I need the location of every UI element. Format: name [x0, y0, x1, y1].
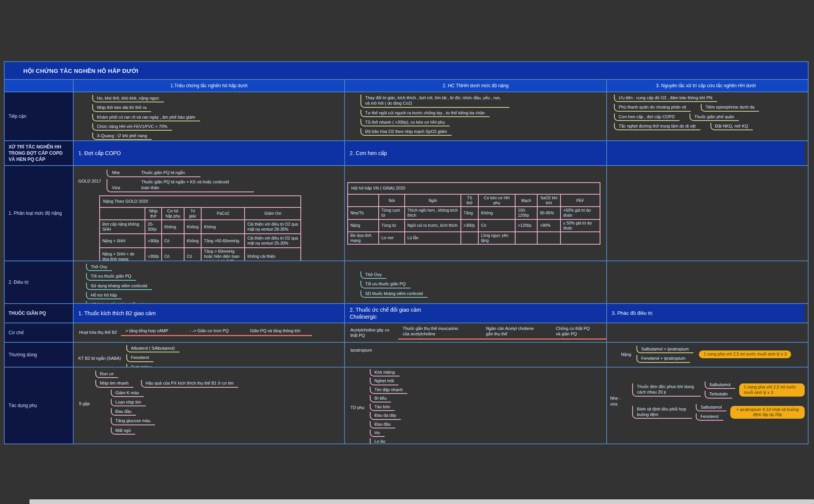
thuong-dung-cholinergic: Ipratropium [344, 343, 606, 367]
mindmap-node: Salbutamol [696, 404, 726, 411]
mindmap-node: Terbutalin [705, 391, 733, 398]
mindmap-node: Salbutamol + ipratropium [636, 346, 693, 353]
page-title: HỘI CHỨNG TẮC NGHẼN HÔ HẤP DƯỚI [5, 62, 808, 79]
table-row: Nặng + SHH + đe dọa tính mạng>30l/pCóCóT… [100, 248, 301, 261]
mindmap-node: Nghẹt mũi [370, 378, 398, 385]
col-header: Ngồi [405, 194, 461, 207]
col-header: Mạch [515, 194, 537, 207]
row-xu-tri-header: XỬ TRÍ TẮC NGHẼN HH TRONG ĐỢT CẤP COPD V… [5, 140, 808, 165]
row-label-tac-dung-phu: Tác dụng phụ [5, 368, 73, 444]
tac-dung-phu-phac-do: Nhẹ - vừa Thuốc đơn độc phun khí dung cá… [606, 368, 805, 444]
dieu-tri-hen: Thở Oxy Tối ưu thuốc giãn PQ SD thuốc kh… [344, 261, 606, 303]
mindmap-node: Độ bão hòa O2 theo nhịp mạch SpO2 giảm [360, 128, 452, 136]
mindmap-node: Tiêm epinephrine dưới da [701, 104, 759, 111]
row-label-tiep-can: Tiếp cận [5, 92, 73, 140]
co-che-cholinergic: Acetylcholine gây co thắt PQ Thuốc gắn t… [344, 323, 606, 342]
gina-2020-table: Hội hô hấp VN ( GINA) 2020 Nói Ngồi TS t… [347, 182, 600, 245]
mindmap-node: Thay đổi tri giác, kích thích , bứt rứt,… [360, 95, 509, 108]
column-header-row: 1.Triệu chứng tắc nghẽn hô hấp dưới 2. H… [5, 79, 808, 91]
table-header-row: Nhịp thở Cơ hô hấp phụ Tri giác PaCo2 Gi… [100, 207, 301, 220]
phan-loai-hen: Hội hô hấp VN ( GINA) 2020 Nói Ngồi TS t… [344, 166, 606, 261]
thuong-dung-b2: KT B2 td ngắn (SABA) Albuterol ( SAlbuta… [73, 343, 344, 367]
table-row: Nặng + SHH>30l/pCóKhôngTăng >50-60mmHgCả… [100, 234, 301, 248]
col-header: Nhịp thở [145, 207, 162, 220]
section-header-hen-text: 2. Cơn hen cấp [350, 150, 606, 157]
gold-2020-table: Nặng Theo GOLD 2020 Nhịp thở Cơ hô hấp p… [99, 195, 301, 261]
col-header: PaCo2 [201, 207, 245, 220]
header-col2: 2. HC TNHH dưới mức độ nặng [344, 80, 606, 91]
mindmap-node: Thuốc giãn PQ td ngắn [141, 170, 185, 175]
tree-root: Nặng [621, 352, 631, 357]
mindmap-node: Khám phổi có ran rít và ran ngáy , âm ph… [92, 114, 200, 121]
horizontal-scrollbar[interactable] [29, 499, 814, 504]
header-col3: 3. Nguyên tắc xử trí cấp cứu tắc nghẽn H… [606, 80, 805, 91]
gold-table-caption: Nặng Theo GOLD 2020 [100, 196, 301, 207]
section-header-copd-text: 1. Đợt cấp COPD [78, 150, 344, 157]
mindmap-node: Ho [370, 430, 385, 437]
mindmap-node: Đau đầu [111, 408, 136, 416]
mindmap-node: Bí tiểu [370, 395, 391, 402]
col-header: Giảm Oxi [245, 207, 301, 220]
row-label-thuoc-gian-pq: THUỐC GIÃN PQ [5, 304, 73, 323]
section-header-empty [606, 141, 805, 165]
col-header: Cơ hô hấp phụ [162, 207, 184, 220]
mindmap-node: TS thở nhanh ( >30l/p), co kéo cơ HH phụ [360, 119, 450, 126]
mindmap-node: Đặt NKQ, mở KQ [711, 123, 753, 130]
section-header-cholinergic-line2: Cholinergic [350, 313, 606, 320]
tac-dung-phu-cholinergic: TD phụ Khô miệng Nghẹt mũi Tim đập nhanh… [344, 368, 606, 444]
tree-root: Ít gặp [79, 401, 90, 406]
mindmap-node: Tư thế ngồi cúi người ra trước chống tay… [360, 110, 490, 117]
mindmap-node: Khô miệng [370, 369, 400, 376]
mindmap-node: Mất ngủ [111, 427, 136, 435]
tree-root: TD phụ [350, 405, 364, 410]
mindmap-node: X-Quang : Ứ khí phế nang [92, 133, 152, 140]
row-thuong-dung: Thường dùng KT B2 td ngắn (SABA) Albuter… [5, 342, 808, 367]
row-label-dieu-tri: 2. Điều trị [5, 261, 73, 303]
section-header-cholinergic: 2. Thuốc ức chế đối giao cảm Cholinergic [344, 304, 606, 323]
mindmap-node: Thở Oxy [86, 264, 112, 271]
mindmap-node: Táo bón [370, 404, 395, 411]
section-header-cholinergic-line1: 2. Thuốc ức chế đối giao cảm [350, 306, 606, 313]
mindmap-node: Thuốc giãn phế quản [690, 114, 739, 121]
mindmap-node: Thuốc đơn độc phun khí dung cách nhau 20… [632, 383, 700, 397]
table-row: Đợt cấp nặng không SHH20-30l/pKhôngKhông… [100, 220, 301, 234]
mechanism-chain: > tăng tổng hợp cAMP - -> Giãn cơ trơn P… [121, 328, 312, 336]
mindmap-node: Salbutamol [705, 381, 735, 389]
header-empty [5, 80, 73, 91]
chain-root: Hoạt hóa thụ thể B2 [79, 330, 117, 335]
col-header: Nói [379, 194, 405, 207]
col-header [348, 194, 379, 207]
mindmap-node: Terbutaline [126, 364, 157, 367]
row-label-thuong-dung: Thường dùng [5, 343, 73, 367]
row-dieu-tri: 2. Điều trị Thở Oxy Tối ưu thuốc giãn PQ… [5, 261, 808, 303]
mindmap-node: Loạn nhịp tim [111, 399, 146, 406]
row-co-che: Cơ chế Hoạt hóa thụ thể B2 > tăng tổng h… [5, 323, 808, 342]
tree-root: KT B2 td ngắn (SABA) [78, 356, 121, 361]
mindmap-node: Fenoterol + ipratropium [636, 355, 690, 362]
table-row: Nhẹ/TbTừng cụm từThích ngồi hơn , không … [348, 207, 600, 219]
mindmap-node: Thuốc giãn PQ td ngắn + KS và hoặc corti… [141, 179, 238, 190]
row-tiep-can: Tiếp cận Ho, khó thở, khò khè, nặng ngực… [5, 91, 808, 140]
header-col1: 1.Triệu chứng tắc nghẽn hô hấp dưới [73, 80, 344, 91]
phan-loai-copd: GOLD 2017 Nhẹ Thuốc giãn PQ td ngắn Vừa … [73, 166, 344, 261]
co-che-empty [606, 323, 805, 342]
mindmap-node: Sử dụng kháng viêm corticoid [86, 283, 152, 290]
row-label-xu-tri: XỬ TRÍ TẮC NGHẼN HH TRONG ĐỢT CẤP COPD V… [5, 141, 73, 165]
dose-note-badge: + ipratropium 4-10 nhát xịt buồng đệm lặ… [730, 406, 805, 419]
col-header: Tri giác [184, 207, 201, 220]
mindmap-node: Tăng glucose máu [111, 418, 155, 425]
mindmap-node: SD thuốc kháng viêm corticoid [360, 290, 428, 298]
mindmap-node: Fenoterol [126, 354, 153, 362]
mindmap-node: Nhẹ [112, 170, 120, 175]
mindmap-node: Đau đầu [370, 421, 395, 428]
mindmap-node: Tim đập nhanh [370, 387, 407, 394]
table-row: Đe dọa tính mạngLơ mơLú lẫnLồng ngực yên… [348, 232, 600, 244]
title-row: HỘI CHỨNG TẮC NGHẼN HÔ HẤP DƯỚI [5, 62, 808, 79]
row-tac-dung-phu: Tác dụng phụ Ít gặp Run cơ Nhịp tim nhan… [5, 367, 808, 444]
row-phan-loai: 1. Phân loại mức độ nặng GOLD 2017 Nhẹ T… [5, 165, 808, 261]
section-header-b2-text: 1. Thuốc kích thích B2 giao cảm [78, 310, 344, 317]
mindmap-node: KS khi có dấu hiệu nhiễm trùng [86, 301, 155, 303]
tiep-can-col3: Ưu tiên : cung cấp đủ O2 , đảm bảo thông… [606, 92, 805, 140]
col-header: Co kéo cơ HH phụ [478, 194, 515, 207]
dieu-tri-empty [606, 261, 805, 303]
